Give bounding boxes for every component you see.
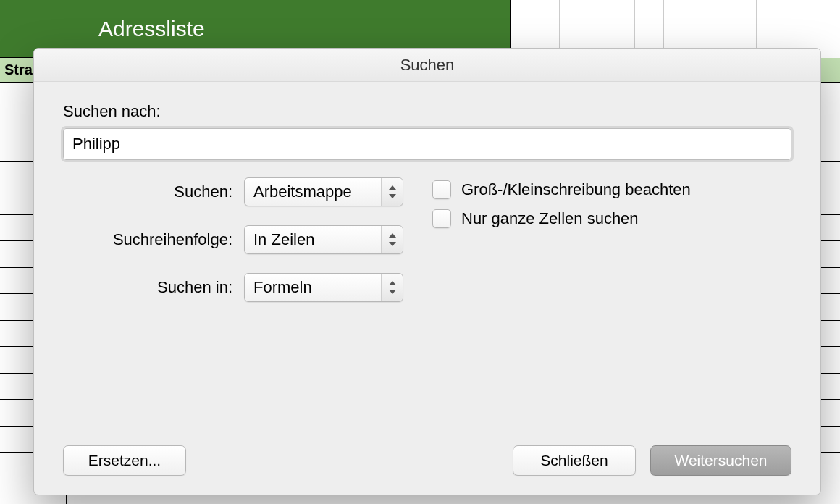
search-input[interactable]	[63, 128, 791, 160]
find-dialog: Suchen Suchen nach: Suchen: Arbeitsmappe…	[33, 48, 821, 495]
search-label: Suchen nach:	[63, 102, 791, 121]
within-value: Arbeitsmappe	[253, 182, 352, 201]
order-value: In Zeilen	[253, 230, 314, 249]
match-case-label: Groß-/Kleinschreibung beachten	[461, 180, 691, 199]
replace-button[interactable]: Ersetzen...	[63, 445, 186, 476]
whole-cell-label: Nur ganze Zellen suchen	[461, 209, 639, 228]
whole-cell-checkbox[interactable]	[432, 209, 451, 228]
lookin-value: Formeln	[253, 278, 312, 297]
close-button[interactable]: Schließen	[513, 445, 636, 476]
order-select[interactable]: In Zeilen	[244, 225, 403, 254]
stepper-icon	[381, 226, 403, 253]
match-case-checkbox[interactable]	[432, 180, 451, 199]
within-label: Suchen:	[63, 182, 244, 201]
order-label: Suchreihenfolge:	[63, 230, 244, 249]
dialog-title: Suchen	[34, 49, 820, 82]
stepper-icon	[381, 178, 403, 206]
stepper-icon	[381, 274, 403, 301]
sheet-title: Adressliste	[98, 17, 205, 41]
lookin-select[interactable]: Formeln	[244, 273, 403, 302]
within-select[interactable]: Arbeitsmappe	[244, 177, 403, 206]
find-next-button[interactable]: Weitersuchen	[650, 445, 791, 476]
lookin-label: Suchen in:	[63, 278, 244, 297]
